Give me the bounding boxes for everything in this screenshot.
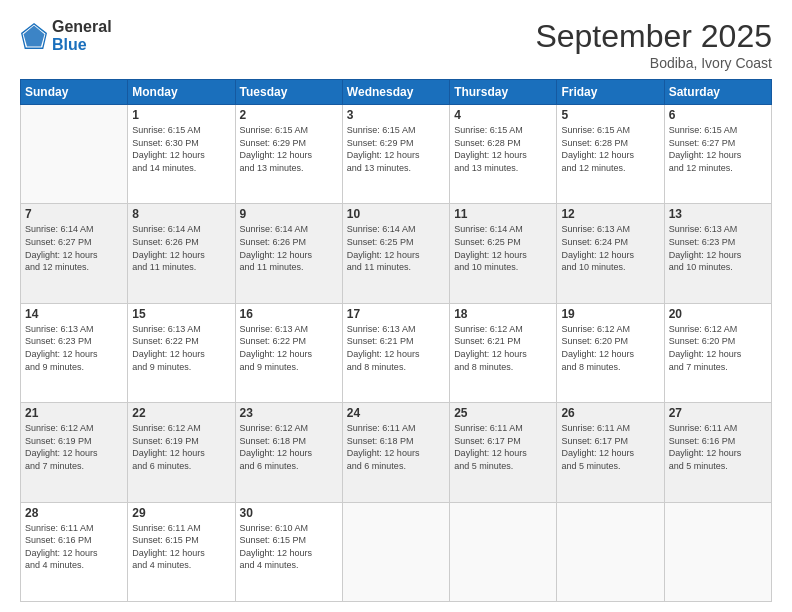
calendar-cell: 3Sunrise: 6:15 AM Sunset: 6:29 PM Daylig… xyxy=(342,105,449,204)
header-saturday: Saturday xyxy=(664,80,771,105)
calendar-cell: 1Sunrise: 6:15 AM Sunset: 6:30 PM Daylig… xyxy=(128,105,235,204)
header-monday: Monday xyxy=(128,80,235,105)
day-info: Sunrise: 6:15 AM Sunset: 6:28 PM Dayligh… xyxy=(561,124,659,174)
calendar-cell: 18Sunrise: 6:12 AM Sunset: 6:21 PM Dayli… xyxy=(450,303,557,402)
day-info: Sunrise: 6:12 AM Sunset: 6:20 PM Dayligh… xyxy=(561,323,659,373)
logo-blue: Blue xyxy=(52,36,112,54)
logo-icon xyxy=(20,22,48,50)
header: General Blue September 2025 Bodiba, Ivor… xyxy=(20,18,772,71)
day-info: Sunrise: 6:12 AM Sunset: 6:19 PM Dayligh… xyxy=(132,422,230,472)
day-info: Sunrise: 6:11 AM Sunset: 6:17 PM Dayligh… xyxy=(454,422,552,472)
day-number: 6 xyxy=(669,108,767,122)
day-number: 21 xyxy=(25,406,123,420)
day-info: Sunrise: 6:14 AM Sunset: 6:25 PM Dayligh… xyxy=(454,223,552,273)
day-info: Sunrise: 6:14 AM Sunset: 6:25 PM Dayligh… xyxy=(347,223,445,273)
day-info: Sunrise: 6:12 AM Sunset: 6:21 PM Dayligh… xyxy=(454,323,552,373)
day-info: Sunrise: 6:15 AM Sunset: 6:27 PM Dayligh… xyxy=(669,124,767,174)
day-number: 22 xyxy=(132,406,230,420)
day-info: Sunrise: 6:10 AM Sunset: 6:15 PM Dayligh… xyxy=(240,522,338,572)
calendar-week-row-3: 21Sunrise: 6:12 AM Sunset: 6:19 PM Dayli… xyxy=(21,403,772,502)
day-number: 11 xyxy=(454,207,552,221)
calendar-week-row-1: 7Sunrise: 6:14 AM Sunset: 6:27 PM Daylig… xyxy=(21,204,772,303)
day-info: Sunrise: 6:14 AM Sunset: 6:26 PM Dayligh… xyxy=(132,223,230,273)
day-number: 18 xyxy=(454,307,552,321)
day-number: 4 xyxy=(454,108,552,122)
calendar-cell: 16Sunrise: 6:13 AM Sunset: 6:22 PM Dayli… xyxy=(235,303,342,402)
calendar-cell: 25Sunrise: 6:11 AM Sunset: 6:17 PM Dayli… xyxy=(450,403,557,502)
calendar-cell: 30Sunrise: 6:10 AM Sunset: 6:15 PM Dayli… xyxy=(235,502,342,601)
calendar-cell: 4Sunrise: 6:15 AM Sunset: 6:28 PM Daylig… xyxy=(450,105,557,204)
title-block: September 2025 Bodiba, Ivory Coast xyxy=(535,18,772,71)
header-thursday: Thursday xyxy=(450,80,557,105)
calendar-cell: 21Sunrise: 6:12 AM Sunset: 6:19 PM Dayli… xyxy=(21,403,128,502)
day-number: 14 xyxy=(25,307,123,321)
calendar-week-row-2: 14Sunrise: 6:13 AM Sunset: 6:23 PM Dayli… xyxy=(21,303,772,402)
calendar-cell: 10Sunrise: 6:14 AM Sunset: 6:25 PM Dayli… xyxy=(342,204,449,303)
day-info: Sunrise: 6:13 AM Sunset: 6:21 PM Dayligh… xyxy=(347,323,445,373)
day-number: 28 xyxy=(25,506,123,520)
header-sunday: Sunday xyxy=(21,80,128,105)
day-number: 5 xyxy=(561,108,659,122)
calendar-cell: 20Sunrise: 6:12 AM Sunset: 6:20 PM Dayli… xyxy=(664,303,771,402)
logo-text: General Blue xyxy=(52,18,112,53)
location: Bodiba, Ivory Coast xyxy=(535,55,772,71)
calendar-cell xyxy=(664,502,771,601)
weekday-header-row: Sunday Monday Tuesday Wednesday Thursday… xyxy=(21,80,772,105)
calendar-cell: 9Sunrise: 6:14 AM Sunset: 6:26 PM Daylig… xyxy=(235,204,342,303)
calendar-cell: 24Sunrise: 6:11 AM Sunset: 6:18 PM Dayli… xyxy=(342,403,449,502)
calendar-cell: 14Sunrise: 6:13 AM Sunset: 6:23 PM Dayli… xyxy=(21,303,128,402)
logo: General Blue xyxy=(20,18,112,53)
day-number: 1 xyxy=(132,108,230,122)
day-info: Sunrise: 6:11 AM Sunset: 6:16 PM Dayligh… xyxy=(25,522,123,572)
day-info: Sunrise: 6:12 AM Sunset: 6:20 PM Dayligh… xyxy=(669,323,767,373)
day-info: Sunrise: 6:15 AM Sunset: 6:28 PM Dayligh… xyxy=(454,124,552,174)
day-info: Sunrise: 6:13 AM Sunset: 6:22 PM Dayligh… xyxy=(132,323,230,373)
calendar-cell: 28Sunrise: 6:11 AM Sunset: 6:16 PM Dayli… xyxy=(21,502,128,601)
calendar-cell: 13Sunrise: 6:13 AM Sunset: 6:23 PM Dayli… xyxy=(664,204,771,303)
day-number: 12 xyxy=(561,207,659,221)
day-info: Sunrise: 6:11 AM Sunset: 6:17 PM Dayligh… xyxy=(561,422,659,472)
day-info: Sunrise: 6:14 AM Sunset: 6:27 PM Dayligh… xyxy=(25,223,123,273)
day-number: 7 xyxy=(25,207,123,221)
calendar-cell: 15Sunrise: 6:13 AM Sunset: 6:22 PM Dayli… xyxy=(128,303,235,402)
calendar-week-row-0: 1Sunrise: 6:15 AM Sunset: 6:30 PM Daylig… xyxy=(21,105,772,204)
day-info: Sunrise: 6:15 AM Sunset: 6:29 PM Dayligh… xyxy=(347,124,445,174)
day-info: Sunrise: 6:13 AM Sunset: 6:23 PM Dayligh… xyxy=(25,323,123,373)
logo-general: General xyxy=(52,18,112,36)
calendar-cell: 12Sunrise: 6:13 AM Sunset: 6:24 PM Dayli… xyxy=(557,204,664,303)
day-info: Sunrise: 6:13 AM Sunset: 6:22 PM Dayligh… xyxy=(240,323,338,373)
day-number: 24 xyxy=(347,406,445,420)
day-info: Sunrise: 6:11 AM Sunset: 6:16 PM Dayligh… xyxy=(669,422,767,472)
day-info: Sunrise: 6:12 AM Sunset: 6:18 PM Dayligh… xyxy=(240,422,338,472)
page: General Blue September 2025 Bodiba, Ivor… xyxy=(0,0,792,612)
day-number: 15 xyxy=(132,307,230,321)
day-number: 23 xyxy=(240,406,338,420)
calendar-cell: 8Sunrise: 6:14 AM Sunset: 6:26 PM Daylig… xyxy=(128,204,235,303)
day-info: Sunrise: 6:15 AM Sunset: 6:29 PM Dayligh… xyxy=(240,124,338,174)
calendar-cell: 17Sunrise: 6:13 AM Sunset: 6:21 PM Dayli… xyxy=(342,303,449,402)
calendar-cell: 6Sunrise: 6:15 AM Sunset: 6:27 PM Daylig… xyxy=(664,105,771,204)
day-info: Sunrise: 6:11 AM Sunset: 6:18 PM Dayligh… xyxy=(347,422,445,472)
day-number: 10 xyxy=(347,207,445,221)
calendar-cell: 11Sunrise: 6:14 AM Sunset: 6:25 PM Dayli… xyxy=(450,204,557,303)
calendar-cell: 2Sunrise: 6:15 AM Sunset: 6:29 PM Daylig… xyxy=(235,105,342,204)
day-info: Sunrise: 6:13 AM Sunset: 6:24 PM Dayligh… xyxy=(561,223,659,273)
day-number: 3 xyxy=(347,108,445,122)
calendar-cell xyxy=(557,502,664,601)
calendar-cell: 7Sunrise: 6:14 AM Sunset: 6:27 PM Daylig… xyxy=(21,204,128,303)
day-number: 8 xyxy=(132,207,230,221)
day-number: 19 xyxy=(561,307,659,321)
calendar-cell: 5Sunrise: 6:15 AM Sunset: 6:28 PM Daylig… xyxy=(557,105,664,204)
calendar-cell: 22Sunrise: 6:12 AM Sunset: 6:19 PM Dayli… xyxy=(128,403,235,502)
calendar-cell xyxy=(21,105,128,204)
day-info: Sunrise: 6:11 AM Sunset: 6:15 PM Dayligh… xyxy=(132,522,230,572)
day-number: 27 xyxy=(669,406,767,420)
day-number: 17 xyxy=(347,307,445,321)
svg-marker-0 xyxy=(24,25,45,46)
calendar-cell xyxy=(342,502,449,601)
day-number: 20 xyxy=(669,307,767,321)
calendar: Sunday Monday Tuesday Wednesday Thursday… xyxy=(20,79,772,602)
calendar-cell: 23Sunrise: 6:12 AM Sunset: 6:18 PM Dayli… xyxy=(235,403,342,502)
calendar-cell: 26Sunrise: 6:11 AM Sunset: 6:17 PM Dayli… xyxy=(557,403,664,502)
day-number: 26 xyxy=(561,406,659,420)
